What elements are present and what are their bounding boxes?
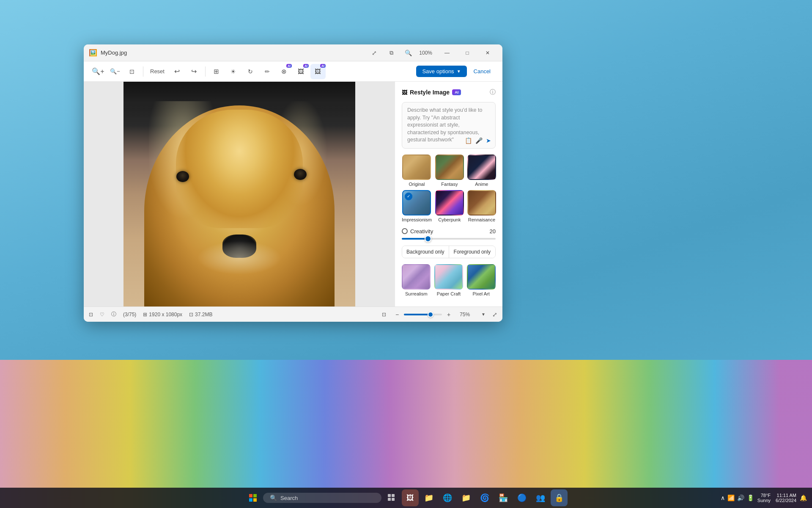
zoom-control: − + — [393, 310, 453, 319]
app-icon: 🖼️ — [89, 49, 97, 57]
style-label-pixelart: Pixel Art — [472, 291, 489, 296]
slideshow-btn[interactable]: ⊡ — [89, 312, 93, 318]
generative-erase-btn[interactable]: ⊗ AI — [277, 64, 292, 79]
zoom-out-status-btn[interactable]: − — [393, 310, 401, 319]
rotate-btn[interactable]: ↻ — [243, 64, 258, 79]
ai-badge-2: AI — [303, 64, 309, 68]
filesize-info: ⊡ 37.2MB — [189, 312, 212, 318]
style-fantasy[interactable]: Fantasy — [435, 155, 464, 187]
network-icon[interactable]: 📶 — [727, 494, 735, 501]
taskbar-app-security[interactable]: 🔒 — [551, 489, 568, 506]
dimensions-info: ⊞ 1920 x 1080px — [143, 312, 182, 318]
zoom-out-btn[interactable]: 🔍− — [107, 64, 123, 79]
image-canvas[interactable] — [84, 82, 395, 306]
taskbar-app-teams[interactable]: 👥 — [532, 489, 549, 506]
bg-fg-toggle: Background only Foreground only — [402, 246, 496, 258]
taskbar-app-folder[interactable]: 📁 — [458, 489, 475, 506]
toolbar: 🔍+ 🔍− ⊡ Reset ↩ ↪ ⊞ ☀ ↻ ✏ ⊗ AI 🖼 AI 🖼 AI — [84, 61, 502, 82]
restyle-ai-btn[interactable]: 🖼 AI — [294, 64, 309, 79]
taskbar-app-photos[interactable]: 🖼 — [402, 489, 419, 506]
dog-eye-left — [176, 171, 189, 182]
window-controls: — □ ✕ — [437, 46, 497, 60]
style-thumb-pixelart — [467, 264, 496, 290]
favorite-btn[interactable]: ♡ — [100, 312, 104, 318]
zoom-out-title-btn[interactable]: 🔍 — [401, 45, 416, 61]
svg-rect-2 — [249, 498, 252, 502]
style-anime[interactable]: Anime — [467, 155, 496, 187]
enter-fullscreen-btn[interactable]: ⤢ — [367, 45, 382, 61]
taskbar-app-edge[interactable]: 🌐 — [439, 489, 456, 506]
style-prompt-input[interactable]: Describe what style you'd like to apply.… — [402, 102, 496, 149]
background-only-btn[interactable]: Background only — [402, 246, 449, 258]
zoom-in-status-btn[interactable]: + — [444, 310, 453, 319]
svg-rect-3 — [253, 498, 257, 502]
notification-btn[interactable]: 🔔 — [800, 494, 807, 501]
style-label-original: Original — [409, 182, 425, 187]
style-label-anime: Anime — [475, 182, 488, 187]
task-view-btn[interactable] — [383, 489, 400, 506]
taskbar-search[interactable]: 🔍 Search — [263, 493, 381, 503]
info-icon: ⓘ — [111, 311, 116, 318]
time-widget[interactable]: 11:11 AM 6/22/2024 — [776, 493, 796, 503]
volume-icon[interactable]: 🔊 — [737, 494, 744, 501]
style-label-cyberpunk: Cyberpunk — [438, 217, 461, 222]
resolution-icon: ⊞ — [143, 312, 147, 318]
taskbar-right: ∧ 📶 🔊 🔋 78°F Sunny 11:11 AM 6/22/2024 🔔 — [721, 493, 807, 503]
zoom-dropdown-btn[interactable]: ▼ — [481, 312, 486, 317]
maximize-restore-btn[interactable]: ⧉ — [384, 45, 399, 61]
minimize-button[interactable]: — — [437, 46, 457, 60]
zoom-level-title: 100% — [417, 50, 434, 56]
adjust-btn[interactable]: ☀ — [226, 64, 241, 79]
style-impressionism[interactable]: ✓ Impressionism — [402, 190, 432, 222]
style-thumb-impressionism: ✓ — [402, 190, 431, 215]
style-label-fantasy: Fantasy — [441, 182, 458, 187]
zoom-in-btn[interactable]: 🔍+ — [91, 64, 106, 79]
reset-btn[interactable]: Reset — [147, 66, 168, 76]
fit-to-window-btn[interactable]: ⊡ — [124, 64, 140, 79]
tray-overflow-btn[interactable]: ∧ — [721, 494, 725, 501]
cancel-button[interactable]: Cancel — [469, 66, 496, 77]
save-options-button[interactable]: Save options ▼ — [416, 66, 466, 77]
zoom-percentage: 75% — [460, 312, 475, 318]
display-mode-icon: ⊡ — [382, 312, 386, 318]
microphone-icon[interactable]: 🎤 — [475, 137, 483, 144]
maximize-button[interactable]: □ — [458, 46, 477, 60]
foreground-only-btn[interactable]: Foreground only — [449, 246, 496, 258]
style-label-papercraft: Paper Craft — [437, 291, 461, 296]
display-mode-btn[interactable]: ⊡ — [382, 312, 386, 318]
zoom-thumb[interactable] — [428, 312, 433, 318]
undo-btn[interactable]: ↩ — [170, 64, 185, 79]
taskbar-app-explorer[interactable]: 📁 — [420, 489, 437, 506]
style-original[interactable]: Original — [402, 155, 432, 187]
draw-btn[interactable]: ✏ — [260, 64, 275, 79]
style-renaissance[interactable]: Rennaisance — [467, 190, 496, 222]
redo-btn[interactable]: ↪ — [187, 64, 202, 79]
creativity-slider[interactable] — [402, 238, 496, 240]
crop-btn[interactable]: ⊞ — [209, 64, 224, 79]
clipboard-icon[interactable]: 📋 — [465, 137, 472, 144]
creativity-thumb[interactable] — [425, 235, 431, 242]
panel-info-icon[interactable]: ⓘ — [490, 88, 496, 96]
close-button[interactable]: ✕ — [478, 46, 497, 60]
taskbar-app-store[interactable]: 🏪 — [495, 489, 512, 506]
zoom-slider[interactable] — [404, 314, 442, 315]
background-ai-btn[interactable]: 🖼 AI — [310, 64, 326, 79]
fullscreen-btn[interactable]: ⤢ — [492, 311, 497, 318]
weather-widget[interactable]: 78°F Sunny — [757, 493, 771, 503]
style-pixelart[interactable]: Pixel Art — [466, 264, 496, 296]
send-icon[interactable]: ➤ — [486, 137, 491, 144]
battery-icon[interactable]: 🔋 — [747, 494, 754, 501]
taskbar-app-search2[interactable]: 🔵 — [513, 489, 530, 506]
svg-rect-1 — [253, 494, 257, 497]
style-surrealism[interactable]: Surrealism — [402, 264, 431, 296]
style-papercraft[interactable]: Paper Craft — [434, 264, 464, 296]
dog-head — [176, 110, 303, 228]
taskbar-app-creative[interactable]: 🌀 — [476, 489, 493, 506]
slideshow-icon: ⊡ — [89, 312, 93, 318]
start-button[interactable] — [244, 489, 261, 506]
ai-badge-3: AI — [320, 64, 326, 68]
style-cyberpunk[interactable]: Cyberpunk — [435, 190, 464, 222]
creativity-section: Creativity 20 — [402, 228, 496, 240]
info-btn[interactable]: ⓘ — [111, 311, 116, 318]
style-thumb-renaissance — [467, 190, 496, 215]
